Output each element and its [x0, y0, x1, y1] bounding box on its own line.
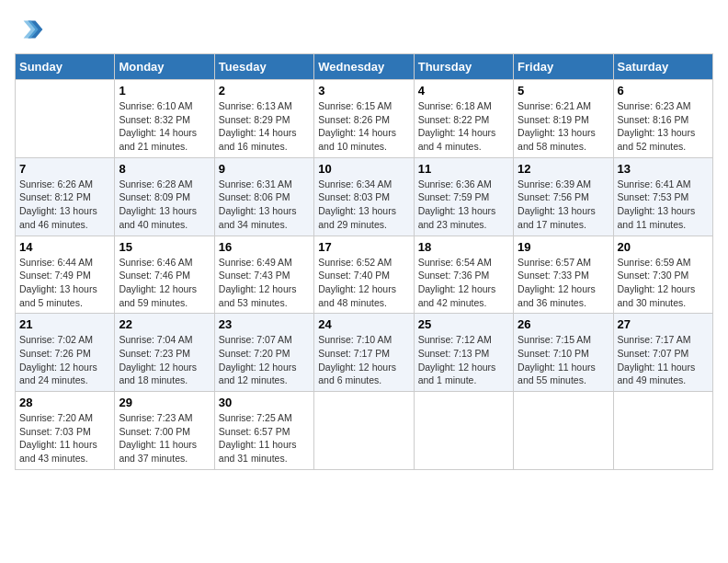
calendar-week-row: 7Sunrise: 6:26 AMSunset: 8:12 PMDaylight… — [16, 157, 713, 236]
day-info: Sunrise: 6:31 AMSunset: 8:06 PMDaylight:… — [219, 178, 310, 232]
calendar-cell: 13Sunrise: 6:41 AMSunset: 7:53 PMDayligh… — [613, 157, 712, 236]
calendar-cell — [314, 392, 414, 470]
day-number: 3 — [318, 84, 409, 98]
day-number: 22 — [119, 317, 210, 331]
day-number: 16 — [219, 240, 310, 254]
weekday-header: Tuesday — [214, 54, 313, 80]
calendar-cell: 19Sunrise: 6:57 AMSunset: 7:33 PMDayligh… — [514, 236, 613, 314]
day-info: Sunrise: 7:15 AMSunset: 7:10 PMDaylight:… — [518, 333, 609, 387]
day-number: 14 — [19, 240, 110, 254]
day-info: Sunrise: 7:12 AMSunset: 7:13 PMDaylight:… — [418, 333, 509, 387]
day-info: Sunrise: 7:17 AMSunset: 7:07 PMDaylight:… — [618, 333, 709, 387]
header-row: SundayMondayTuesdayWednesdayThursdayFrid… — [16, 54, 713, 80]
calendar-cell: 24Sunrise: 7:10 AMSunset: 7:17 PMDayligh… — [314, 314, 414, 392]
calendar-cell: 6Sunrise: 6:23 AMSunset: 8:16 PMDaylight… — [613, 80, 712, 158]
day-number: 5 — [518, 84, 609, 98]
day-number: 12 — [518, 162, 609, 176]
calendar-week-row: 14Sunrise: 6:44 AMSunset: 7:49 PMDayligh… — [16, 236, 713, 314]
weekday-header: Monday — [115, 54, 214, 80]
calendar-cell: 14Sunrise: 6:44 AMSunset: 7:49 PMDayligh… — [16, 236, 115, 314]
calendar-week-row: 21Sunrise: 7:02 AMSunset: 7:26 PMDayligh… — [16, 314, 713, 392]
day-info: Sunrise: 6:54 AMSunset: 7:36 PMDaylight:… — [418, 256, 509, 310]
calendar-cell: 4Sunrise: 6:18 AMSunset: 8:22 PMDaylight… — [414, 80, 513, 158]
day-info: Sunrise: 6:13 AMSunset: 8:29 PMDaylight:… — [219, 99, 310, 154]
calendar-cell: 16Sunrise: 6:49 AMSunset: 7:43 PMDayligh… — [214, 236, 313, 314]
calendar-body: 1Sunrise: 6:10 AMSunset: 8:32 PMDaylight… — [16, 80, 713, 470]
day-info: Sunrise: 6:21 AMSunset: 8:19 PMDaylight:… — [518, 99, 609, 154]
day-number: 10 — [318, 162, 409, 176]
day-info: Sunrise: 6:52 AMSunset: 7:40 PMDaylight:… — [318, 256, 409, 310]
calendar-cell: 8Sunrise: 6:28 AMSunset: 8:09 PMDaylight… — [115, 157, 214, 236]
day-number: 24 — [318, 317, 409, 331]
day-number: 28 — [19, 396, 110, 409]
day-number: 9 — [219, 162, 310, 176]
calendar-week-row: 28Sunrise: 7:20 AMSunset: 7:03 PMDayligh… — [16, 392, 713, 470]
day-info: Sunrise: 6:34 AMSunset: 8:03 PMDaylight:… — [318, 178, 409, 232]
day-info: Sunrise: 6:49 AMSunset: 7:43 PMDaylight:… — [219, 256, 310, 310]
calendar-cell — [414, 392, 513, 470]
day-number: 7 — [19, 162, 110, 176]
calendar-cell: 30Sunrise: 7:25 AMSunset: 6:57 PMDayligh… — [214, 392, 313, 470]
day-info: Sunrise: 6:28 AMSunset: 8:09 PMDaylight:… — [119, 178, 210, 232]
day-number: 19 — [518, 240, 609, 254]
day-number: 29 — [119, 396, 210, 409]
day-number: 30 — [219, 396, 310, 409]
calendar-cell: 21Sunrise: 7:02 AMSunset: 7:26 PMDayligh… — [16, 314, 115, 392]
calendar-table: SundayMondayTuesdayWednesdayThursdayFrid… — [15, 53, 713, 470]
day-number: 6 — [618, 84, 709, 98]
page-header — [15, 15, 713, 44]
calendar-cell: 23Sunrise: 7:07 AMSunset: 7:20 PMDayligh… — [214, 314, 313, 392]
day-number: 15 — [119, 240, 210, 254]
calendar-week-row: 1Sunrise: 6:10 AMSunset: 8:32 PMDaylight… — [16, 80, 713, 158]
day-info: Sunrise: 7:20 AMSunset: 7:03 PMDaylight:… — [19, 411, 110, 465]
day-info: Sunrise: 6:15 AMSunset: 8:26 PMDaylight:… — [318, 99, 409, 154]
calendar-cell: 10Sunrise: 6:34 AMSunset: 8:03 PMDayligh… — [314, 157, 414, 236]
day-info: Sunrise: 7:07 AMSunset: 7:20 PMDaylight:… — [219, 333, 310, 387]
calendar-cell: 7Sunrise: 6:26 AMSunset: 8:12 PMDaylight… — [16, 157, 115, 236]
calendar-cell: 22Sunrise: 7:04 AMSunset: 7:23 PMDayligh… — [115, 314, 214, 392]
calendar-cell: 26Sunrise: 7:15 AMSunset: 7:10 PMDayligh… — [514, 314, 613, 392]
day-number: 27 — [618, 317, 709, 331]
day-number: 18 — [418, 240, 509, 254]
calendar-cell: 3Sunrise: 6:15 AMSunset: 8:26 PMDaylight… — [314, 80, 414, 158]
calendar-cell: 20Sunrise: 6:59 AMSunset: 7:30 PMDayligh… — [613, 236, 712, 314]
calendar-cell: 2Sunrise: 6:13 AMSunset: 8:29 PMDaylight… — [214, 80, 313, 158]
calendar-cell: 5Sunrise: 6:21 AMSunset: 8:19 PMDaylight… — [514, 80, 613, 158]
day-number: 21 — [19, 317, 110, 331]
calendar-cell: 27Sunrise: 7:17 AMSunset: 7:07 PMDayligh… — [613, 314, 712, 392]
calendar-cell: 12Sunrise: 6:39 AMSunset: 7:56 PMDayligh… — [514, 157, 613, 236]
calendar-cell: 25Sunrise: 7:12 AMSunset: 7:13 PMDayligh… — [414, 314, 513, 392]
weekday-header: Thursday — [414, 54, 513, 80]
day-info: Sunrise: 6:59 AMSunset: 7:30 PMDaylight:… — [618, 256, 709, 310]
day-number: 2 — [219, 84, 310, 98]
weekday-header: Saturday — [613, 54, 712, 80]
calendar-header: SundayMondayTuesdayWednesdayThursdayFrid… — [16, 54, 713, 80]
day-number: 13 — [618, 162, 709, 176]
calendar-cell: 29Sunrise: 7:23 AMSunset: 7:00 PMDayligh… — [115, 392, 214, 470]
day-number: 11 — [418, 162, 509, 176]
day-number: 8 — [119, 162, 210, 176]
day-info: Sunrise: 7:25 AMSunset: 6:57 PMDaylight:… — [219, 411, 310, 465]
calendar-cell: 11Sunrise: 6:36 AMSunset: 7:59 PMDayligh… — [414, 157, 513, 236]
weekday-header: Wednesday — [314, 54, 414, 80]
day-info: Sunrise: 6:23 AMSunset: 8:16 PMDaylight:… — [618, 99, 709, 154]
calendar-cell: 28Sunrise: 7:20 AMSunset: 7:03 PMDayligh… — [16, 392, 115, 470]
day-info: Sunrise: 6:10 AMSunset: 8:32 PMDaylight:… — [119, 99, 210, 154]
day-info: Sunrise: 6:44 AMSunset: 7:49 PMDaylight:… — [19, 256, 110, 310]
day-info: Sunrise: 6:39 AMSunset: 7:56 PMDaylight:… — [518, 178, 609, 232]
calendar-cell — [514, 392, 613, 470]
calendar-cell: 17Sunrise: 6:52 AMSunset: 7:40 PMDayligh… — [314, 236, 414, 314]
day-number: 17 — [318, 240, 409, 254]
day-number: 23 — [219, 317, 310, 331]
day-info: Sunrise: 7:10 AMSunset: 7:17 PMDaylight:… — [318, 333, 409, 387]
calendar-cell: 9Sunrise: 6:31 AMSunset: 8:06 PMDaylight… — [214, 157, 313, 236]
logo-icon — [15, 15, 44, 44]
day-info: Sunrise: 6:41 AMSunset: 7:53 PMDaylight:… — [618, 178, 709, 232]
calendar-cell: 1Sunrise: 6:10 AMSunset: 8:32 PMDaylight… — [115, 80, 214, 158]
day-info: Sunrise: 7:04 AMSunset: 7:23 PMDaylight:… — [119, 333, 210, 387]
day-number: 26 — [518, 317, 609, 331]
day-number: 25 — [418, 317, 509, 331]
day-info: Sunrise: 7:02 AMSunset: 7:26 PMDaylight:… — [19, 333, 110, 387]
day-info: Sunrise: 6:46 AMSunset: 7:46 PMDaylight:… — [119, 256, 210, 310]
weekday-header: Sunday — [16, 54, 115, 80]
